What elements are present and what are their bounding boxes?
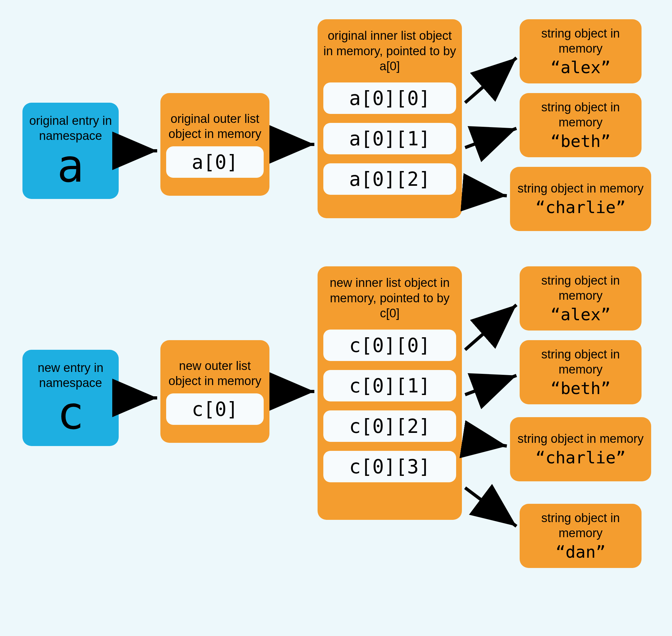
inner-a-slot-0: a[0][0] [323,82,456,114]
string-c-2-value: “charlie” [535,448,626,467]
inner-c-slot-0: c[0][0] [323,330,456,361]
svg-line-9 [465,440,507,446]
namespace-c-label: new entry in namespace [28,360,113,391]
string-c-3-label: string object in memory [525,511,636,541]
string-a-1-label: string object in memory [525,100,636,130]
inner-list-a: original inner list object in memory, po… [318,19,462,218]
svg-line-10 [465,488,516,526]
string-a-1-value: “beth” [550,132,611,151]
inner-a-slot-1: a[0][1] [323,123,456,154]
string-a-0-value: “alex” [550,58,611,77]
outer-list-a-slot: a[0] [166,146,264,178]
inner-a-slot-2: a[0][2] [323,163,456,195]
string-c-3: string object in memory “dan” [520,504,642,568]
string-a-2-value: “charlie” [535,198,626,217]
string-c-3-value: “dan” [555,542,606,561]
outer-list-a-label: original outer list object in memory [166,111,264,142]
inner-c-slot-1: c[0][1] [323,370,456,401]
outer-list-a: original outer list object in memory a[0… [160,93,269,196]
inner-list-c: new inner list object in memory, pointed… [318,266,462,520]
svg-line-4 [465,193,507,196]
string-c-2-label: string object in memory [518,431,644,447]
string-c-0-value: “alex” [550,305,611,324]
string-a-2: string object in memory “charlie” [510,167,651,231]
svg-line-7 [465,305,516,350]
string-a-0-label: string object in memory [525,26,636,57]
string-c-2: string object in memory “charlie” [510,417,651,481]
string-c-0-label: string object in memory [525,273,636,303]
inner-list-c-label: new inner list object in memory, pointed… [323,275,456,321]
namespace-c-var: c [57,391,84,436]
namespace-a: original entry in namespace a [22,103,119,199]
outer-list-c-slot: c[0] [166,393,264,425]
namespace-a-label: original entry in namespace [28,113,113,144]
namespace-a-var: a [57,144,84,189]
inner-c-slot-2: c[0][2] [323,411,456,442]
string-a-1: string object in memory “beth” [520,93,642,157]
string-c-0: string object in memory “alex” [520,266,642,331]
inner-list-a-label: original inner list object in memory, po… [323,28,456,74]
string-c-1: string object in memory “beth” [520,340,642,404]
svg-line-2 [465,58,516,103]
inner-c-slot-3: c[0][3] [323,451,456,482]
namespace-c: new entry in namespace c [22,350,119,446]
outer-list-c-label: new outer list object in memory [166,358,264,389]
svg-line-3 [465,128,516,147]
string-a-2-label: string object in memory [518,181,644,196]
string-c-1-value: “beth” [550,379,611,398]
string-a-0: string object in memory “alex” [520,19,642,83]
outer-list-c: new outer list object in memory c[0] [160,340,269,443]
string-c-1-label: string object in memory [525,347,636,377]
svg-line-8 [465,375,516,395]
